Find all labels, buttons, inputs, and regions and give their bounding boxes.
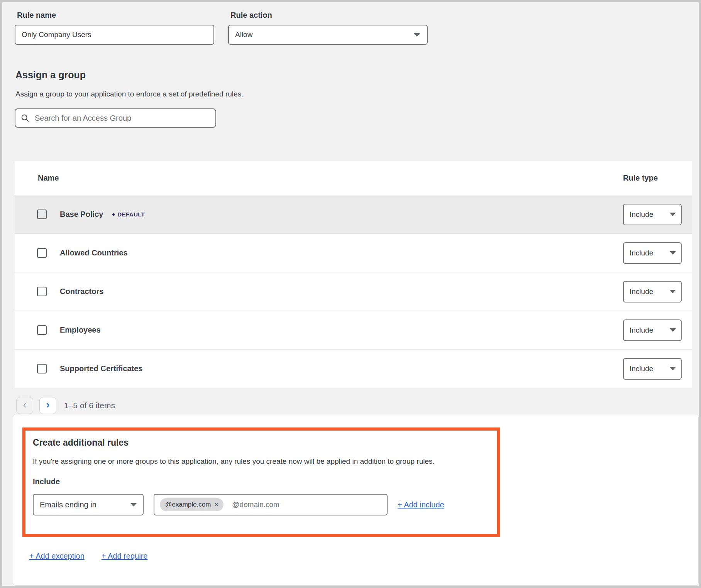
column-header-name: Name xyxy=(38,174,59,182)
rule-configuration-page: { "form": { "rule_name": { "label": "Rul… xyxy=(0,0,701,588)
rule-type-value: Include xyxy=(630,210,653,219)
email-chip-label: @example.com xyxy=(165,501,211,509)
search-input[interactable] xyxy=(34,113,210,123)
rule-name-field: Rule name xyxy=(15,8,214,45)
chevron-down-icon xyxy=(670,328,676,332)
access-group-search[interactable] xyxy=(15,108,216,128)
group-name: Contractors xyxy=(60,287,103,296)
column-header-rule-type: Rule type xyxy=(623,174,692,182)
table-header: Name Rule type xyxy=(15,161,692,195)
rule-type-select[interactable]: Include xyxy=(623,281,682,302)
rule-type-value: Include xyxy=(630,365,653,373)
add-include-link[interactable]: + Add include xyxy=(398,500,444,509)
add-require-link[interactable]: + Add require xyxy=(102,552,148,561)
rule-form: Rule name Rule action Allow xyxy=(15,8,687,45)
email-chip: @example.com ✕ xyxy=(160,498,224,511)
group-name: Supported Certificates xyxy=(60,364,142,373)
row-checkbox[interactable] xyxy=(37,287,47,296)
rule-type-select[interactable]: Include xyxy=(623,204,682,225)
rule-name-input[interactable] xyxy=(15,25,214,45)
chevron-down-icon xyxy=(670,367,676,370)
annotation-highlight-box: Create additional rules If you're assign… xyxy=(22,427,500,537)
rule-type-value: Include xyxy=(630,287,653,296)
rule-action-label: Rule action xyxy=(230,11,428,20)
pagination: ‹ › 1–5 of 6 items xyxy=(16,397,687,414)
rule-action-field: Rule action Allow xyxy=(228,8,428,45)
pagination-status: 1–5 of 6 items xyxy=(64,401,115,410)
table-row: Base Policy DEFAULT Include xyxy=(15,195,692,233)
next-page-button[interactable]: › xyxy=(39,397,56,414)
table-row: Allowed Countries Include xyxy=(15,233,692,272)
bullet-icon xyxy=(112,213,115,216)
email-domains-input[interactable]: @example.com ✕ xyxy=(154,494,388,515)
row-checkbox[interactable] xyxy=(37,364,47,373)
rule-type-value: Include xyxy=(630,326,653,335)
footer-links: + Add exception + Add require xyxy=(29,552,698,561)
rule-type-select[interactable]: Include xyxy=(623,242,682,264)
previous-page-button[interactable]: ‹ xyxy=(16,397,33,414)
row-checkbox[interactable] xyxy=(37,325,47,335)
add-exception-link[interactable]: + Add exception xyxy=(29,552,85,561)
remove-chip-icon[interactable]: ✕ xyxy=(214,502,219,508)
table-row: Supported Certificates Include xyxy=(15,349,692,388)
domain-input[interactable] xyxy=(231,500,381,509)
row-checkbox[interactable] xyxy=(37,210,47,219)
additional-rules-title: Create additional rules xyxy=(33,438,497,448)
rule-type-select[interactable]: Include xyxy=(623,358,682,380)
rule-type-select[interactable]: Include xyxy=(623,319,682,341)
chevron-left-icon: ‹ xyxy=(23,400,27,410)
rule-type-value: Include xyxy=(630,249,653,257)
rule-name-label: Rule name xyxy=(17,11,214,20)
chevron-right-icon: › xyxy=(46,400,50,410)
chevron-down-icon xyxy=(130,503,137,507)
chevron-down-icon xyxy=(414,33,420,37)
rule-action-select[interactable]: Allow xyxy=(228,25,428,45)
page-content: Rule name Rule action Allow Assign a gro… xyxy=(2,2,699,414)
include-label: Include xyxy=(33,477,497,486)
include-rule-controls: Emails ending in @example.com ✕ + Add in… xyxy=(33,494,497,515)
table-row: Contractors Include xyxy=(15,272,692,311)
access-groups-table: Name Rule type Base Policy DEFAULT Inclu… xyxy=(15,161,692,388)
condition-select[interactable]: Emails ending in xyxy=(33,494,144,515)
chevron-down-icon xyxy=(670,290,676,293)
group-name: Employees xyxy=(60,326,101,335)
assign-group-title: Assign a group xyxy=(15,69,687,81)
default-badge-label: DEFAULT xyxy=(117,211,145,218)
group-name: Allowed Countries xyxy=(60,248,128,257)
additional-rules-panel: Create additional rules If you're assign… xyxy=(13,414,699,586)
group-name: Base Policy xyxy=(60,210,103,219)
row-checkbox[interactable] xyxy=(37,248,47,258)
assign-group-description: Assign a group to your application to en… xyxy=(15,90,687,98)
search-icon xyxy=(21,114,29,122)
condition-value: Emails ending in xyxy=(40,500,97,509)
rule-action-value: Allow xyxy=(235,30,252,39)
table-row: Employees Include xyxy=(15,311,692,349)
default-badge: DEFAULT xyxy=(112,211,145,218)
chevron-down-icon xyxy=(670,213,676,216)
additional-rules-description: If you're assigning one or more groups t… xyxy=(33,457,497,466)
chevron-down-icon xyxy=(670,251,676,255)
